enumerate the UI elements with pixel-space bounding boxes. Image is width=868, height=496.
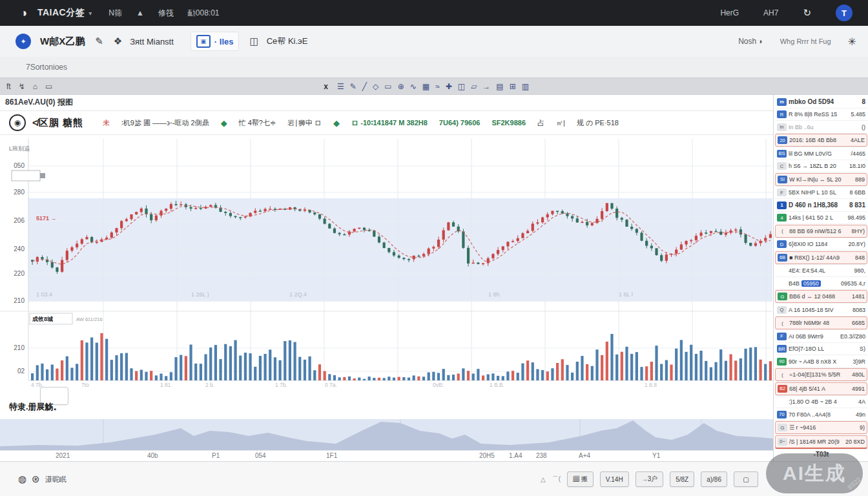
list-item[interactable]: BREfO|7-18O LLS) — [775, 343, 867, 355]
drawing-tool-icon[interactable]: → — [482, 82, 490, 91]
status-button[interactable]: a)/86 — [701, 471, 727, 487]
drawing-tool-icon[interactable]: ▤ — [496, 82, 503, 91]
row-text: EfO|7-18O LL — [789, 346, 824, 352]
drawing-tool-icon[interactable]: ▱ — [471, 82, 477, 91]
strip-icon[interactable]: ▭ — [45, 82, 52, 91]
list-item[interactable]: B4B0595009535 4,r — [775, 278, 867, 289]
list-item[interactable]: RR 8% 8|8 ReSS 155.485 — [775, 108, 867, 120]
quote-rows: mmbko Od 5D948RR 8% 8|8 ReSS 155.485inIn… — [774, 96, 868, 449]
list-item[interactable]: 414ks | 641 50 2 L98.495 — [775, 212, 867, 223]
drawing-tool-icon[interactable]: ▥ — [522, 82, 529, 91]
list-item[interactable]: 6B■ R8X() 1-12/ 44A9848 — [775, 251, 867, 264]
list-item[interactable]: B268| 4jB 5/41 A4991 — [775, 382, 867, 395]
list-item[interactable]: :)1.80 O 4B ~ 2B 44A — [775, 396, 867, 408]
status-button[interactable]: →3户 — [636, 471, 664, 487]
list-item[interactable]: (88 BB 69 nIW/512 68HY) — [775, 225, 867, 238]
drawing-tool-icon[interactable]: ✎ — [350, 82, 356, 91]
list-item[interactable]: BSlil BG MM L0V/G/4465 — [775, 148, 867, 160]
drawing-tool-icon[interactable]: ✚ — [446, 82, 452, 91]
drawing-tool-icon[interactable]: ▭ — [384, 82, 391, 91]
row-value: 3}9R — [851, 358, 865, 365]
menu-item[interactable]: ▲ — [136, 8, 144, 17]
list-item[interactable]: D6}8XI0 IO 118420.8Y) — [775, 238, 867, 250]
svg-text:206: 206 — [14, 217, 25, 224]
stock-code-chip[interactable]: 05950 — [801, 280, 821, 287]
range-navigator[interactable] — [0, 419, 773, 450]
list-item[interactable]: 7070 F80A ..4A4(849n — [775, 409, 867, 420]
timeline-label: 238 — [536, 452, 547, 459]
chevron-down-icon[interactable]: ▾ — [88, 10, 92, 17]
row-text: 788lr N6M9r 48 — [789, 320, 829, 326]
menu-item[interactable]: N筛 — [108, 8, 122, 19]
list-item[interactable]: F5BX NIHP L 10 SL8 6BB — [775, 187, 867, 198]
list-item[interactable]: mmbko Od 5D948 — [775, 96, 867, 108]
ai-generated-watermark: AI生成 8S22 — [766, 453, 863, 493]
seal-icon: ✳ — [848, 36, 856, 48]
drawing-tool-icon[interactable]: ◫ — [458, 82, 465, 91]
status-button[interactable]: ▦ 搬 — [567, 471, 594, 487]
row-value: 20 8XD — [843, 439, 865, 445]
strip-icon[interactable]: ⌂ — [33, 82, 37, 91]
list-item[interactable]: (788lr N6M9r 486685 — [775, 316, 867, 329]
strip-icon[interactable]: ↯ — [19, 82, 25, 91]
list-item[interactable]: 1D 460 n 1H8,3688 831 — [775, 200, 867, 211]
list-item[interactable]: 0~/S | 18148 MR 20(920 8XD — [775, 435, 867, 449]
link-icon[interactable]: ⊛ — [32, 473, 40, 485]
list-item[interactable]: QA 16 1045-18 5IV8083 — [775, 304, 867, 316]
row-badge-icon: SI — [778, 176, 787, 183]
list-item[interactable]: 202016: 16B 4B Bb84ALE — [775, 134, 867, 147]
stock-quote-value: ◆ — [333, 118, 340, 128]
refresh-icon[interactable]: ↻ — [803, 7, 811, 19]
status-button[interactable]: V.14H — [600, 471, 629, 487]
stock-name[interactable]: ≮区胭 糖熊 — [32, 117, 83, 129]
drawing-tool-icon[interactable]: ∿ — [410, 82, 417, 91]
breadcrumb[interactable]: 7Sortonioes — [26, 63, 67, 72]
svg-text:L班别追: L班别追 — [9, 145, 30, 152]
list-item[interactable]: GBB6 d ↔ 12 04881481 — [775, 290, 867, 303]
status-button[interactable]: ▢ — [734, 471, 758, 487]
drawing-tool-icon[interactable]: ⊞ — [510, 82, 516, 91]
globe-icon[interactable]: ◍ — [18, 473, 26, 485]
watermark-text: AI生成 — [783, 460, 846, 487]
drawing-tool-icon[interactable]: ≈ — [435, 82, 440, 91]
status-button[interactable]: 5/8Z — [670, 471, 694, 487]
toolbar-option-label[interactable]: Ce帮 Ki.эE — [267, 36, 308, 47]
row-text: 5BX NIHP L 10 SL — [789, 189, 836, 196]
stamp-icon[interactable]: ❖ — [114, 36, 122, 47]
view-mode-segment[interactable]: ▣ · Iles — [191, 32, 240, 51]
top-link[interactable]: HerG — [720, 8, 739, 17]
svg-text:5171 →: 5171 → — [36, 215, 57, 222]
pen-icon[interactable]: ✎ — [95, 36, 103, 47]
row-value: 4991 — [850, 386, 865, 392]
list-item[interactable]: SIW Kl→IN|u ↔ 5L 20889 — [775, 173, 867, 186]
drawing-tool-icon[interactable]: ╱ — [362, 82, 367, 91]
candlestick-chart[interactable]: 050280206240220210210021 03.41 26L )1 2Q… — [0, 134, 773, 398]
list-item[interactable]: Ch S6 → 18ZL B 2018.1I0 — [775, 160, 867, 172]
menu-item[interactable]: 修筏 — [158, 8, 174, 19]
top-link[interactable]: AH7 — [763, 8, 778, 17]
list-item[interactable]: 4E4: E4:54.4L980, — [775, 265, 867, 276]
strip-icon[interactable]: ft — [6, 82, 11, 91]
list-item[interactable]: (=1-04(E|131% 5/5R480L — [775, 368, 867, 381]
svg-text:210: 210 — [14, 344, 25, 351]
chart-view-icon[interactable]: ◫ — [249, 36, 258, 47]
close-icon[interactable]: x — [324, 82, 328, 91]
list-item[interactable]: 9090r ~ A4B 8 nX8 X3}9R — [775, 356, 867, 367]
avatar[interactable]: T — [836, 5, 852, 21]
menu-item[interactable]: 勔008:01 — [188, 8, 220, 19]
list-item[interactable]: G☰ r ~94169) — [775, 421, 867, 434]
list-item[interactable]: inIn Bb ..6u() — [775, 121, 867, 133]
row-badge-icon: G — [778, 293, 787, 300]
drawing-tool-icon[interactable]: ▦ — [422, 82, 429, 91]
workspace-icon[interactable]: ✦ — [16, 34, 31, 49]
list-item[interactable]: FAI 06B 9Wrr9E0.3//Z80 — [775, 331, 867, 342]
row-badge-icon: ( — [778, 319, 787, 327]
drawing-tool-icon[interactable]: ☰ — [337, 82, 344, 91]
drawing-tool-icon[interactable]: ◇ — [373, 82, 378, 91]
drawing-tool-icon[interactable]: ⊕ — [398, 82, 404, 91]
stock-quote-value: 占 — [537, 118, 544, 128]
app-logo-icon[interactable]: ◑ — [17, 6, 31, 20]
row-value: 4ALE — [849, 137, 865, 143]
row-value: () — [860, 124, 865, 130]
notifications-button[interactable]: Nosh ◗ — [738, 37, 763, 46]
